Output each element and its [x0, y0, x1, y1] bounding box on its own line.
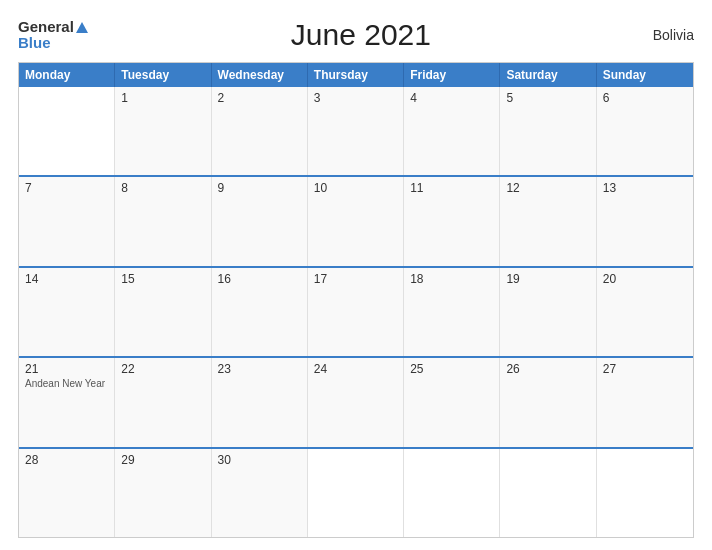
- logo-general-text: General: [18, 19, 74, 36]
- day-number: 17: [314, 272, 397, 286]
- cal-cell-w5-d4: [308, 449, 404, 537]
- day-number: 27: [603, 362, 687, 376]
- cal-cell-w5-d3: 30: [212, 449, 308, 537]
- holiday-label: Andean New Year: [25, 378, 108, 389]
- header-wednesday: Wednesday: [212, 63, 308, 87]
- cal-cell-w4-d6: 26: [500, 358, 596, 446]
- day-number: 1: [121, 91, 204, 105]
- header-thursday: Thursday: [308, 63, 404, 87]
- cal-cell-w1-d2: 1: [115, 87, 211, 175]
- cal-cell-w3-d7: 20: [597, 268, 693, 356]
- logo-triangle-icon: [76, 22, 88, 33]
- day-number: 25: [410, 362, 493, 376]
- cal-cell-w5-d2: 29: [115, 449, 211, 537]
- calendar-week-2: 78910111213: [19, 175, 693, 265]
- cal-cell-w2-d6: 12: [500, 177, 596, 265]
- day-number: 6: [603, 91, 687, 105]
- header-tuesday: Tuesday: [115, 63, 211, 87]
- cal-cell-w2-d7: 13: [597, 177, 693, 265]
- cal-cell-w3-d1: 14: [19, 268, 115, 356]
- day-number: 12: [506, 181, 589, 195]
- calendar-week-3: 14151617181920: [19, 266, 693, 356]
- calendar-week-1: 123456: [19, 87, 693, 175]
- cal-cell-w2-d5: 11: [404, 177, 500, 265]
- country-label: Bolivia: [634, 27, 694, 43]
- cal-cell-w2-d1: 7: [19, 177, 115, 265]
- day-number: 11: [410, 181, 493, 195]
- cal-cell-w5-d1: 28: [19, 449, 115, 537]
- cal-cell-w2-d2: 8: [115, 177, 211, 265]
- day-number: 23: [218, 362, 301, 376]
- cal-cell-w3-d4: 17: [308, 268, 404, 356]
- cal-cell-w1-d6: 5: [500, 87, 596, 175]
- cal-cell-w3-d3: 16: [212, 268, 308, 356]
- day-number: 5: [506, 91, 589, 105]
- header-sunday: Sunday: [597, 63, 693, 87]
- header-saturday: Saturday: [500, 63, 596, 87]
- cal-cell-w1-d7: 6: [597, 87, 693, 175]
- day-number: 16: [218, 272, 301, 286]
- day-number: 21: [25, 362, 108, 376]
- calendar-title: June 2021: [88, 18, 634, 52]
- cal-cell-w5-d6: [500, 449, 596, 537]
- day-number: 10: [314, 181, 397, 195]
- cal-cell-w5-d5: [404, 449, 500, 537]
- day-number: 29: [121, 453, 204, 467]
- day-number: 3: [314, 91, 397, 105]
- header-friday: Friday: [404, 63, 500, 87]
- logo: General Blue: [18, 19, 88, 52]
- day-number: 28: [25, 453, 108, 467]
- cal-cell-w2-d3: 9: [212, 177, 308, 265]
- cal-cell-w4-d7: 27: [597, 358, 693, 446]
- cal-cell-w1-d1: [19, 87, 115, 175]
- page-header: General Blue June 2021 Bolivia: [18, 18, 694, 52]
- cal-cell-w3-d5: 18: [404, 268, 500, 356]
- day-number: 20: [603, 272, 687, 286]
- day-number: 2: [218, 91, 301, 105]
- day-number: 13: [603, 181, 687, 195]
- cal-cell-w4-d2: 22: [115, 358, 211, 446]
- day-number: 18: [410, 272, 493, 286]
- calendar-body: 123456789101112131415161718192021Andean …: [19, 87, 693, 537]
- cal-cell-w3-d2: 15: [115, 268, 211, 356]
- day-number: 30: [218, 453, 301, 467]
- calendar-header-row: Monday Tuesday Wednesday Thursday Friday…: [19, 63, 693, 87]
- cal-cell-w1-d3: 2: [212, 87, 308, 175]
- cal-cell-w4-d1: 21Andean New Year: [19, 358, 115, 446]
- calendar-week-4: 21Andean New Year222324252627: [19, 356, 693, 446]
- day-number: 9: [218, 181, 301, 195]
- cal-cell-w4-d5: 25: [404, 358, 500, 446]
- cal-cell-w1-d5: 4: [404, 87, 500, 175]
- header-monday: Monday: [19, 63, 115, 87]
- cal-cell-w4-d3: 23: [212, 358, 308, 446]
- cal-cell-w1-d4: 3: [308, 87, 404, 175]
- cal-cell-w5-d7: [597, 449, 693, 537]
- cal-cell-w4-d4: 24: [308, 358, 404, 446]
- calendar-grid: Monday Tuesday Wednesday Thursday Friday…: [18, 62, 694, 538]
- day-number: 24: [314, 362, 397, 376]
- logo-blue-text: Blue: [18, 35, 88, 52]
- day-number: 15: [121, 272, 204, 286]
- day-number: 7: [25, 181, 108, 195]
- day-number: 4: [410, 91, 493, 105]
- calendar-page: General Blue June 2021 Bolivia Monday Tu…: [0, 0, 712, 550]
- cal-cell-w2-d4: 10: [308, 177, 404, 265]
- day-number: 26: [506, 362, 589, 376]
- day-number: 14: [25, 272, 108, 286]
- cal-cell-w3-d6: 19: [500, 268, 596, 356]
- calendar-week-5: 282930: [19, 447, 693, 537]
- day-number: 22: [121, 362, 204, 376]
- day-number: 19: [506, 272, 589, 286]
- day-number: 8: [121, 181, 204, 195]
